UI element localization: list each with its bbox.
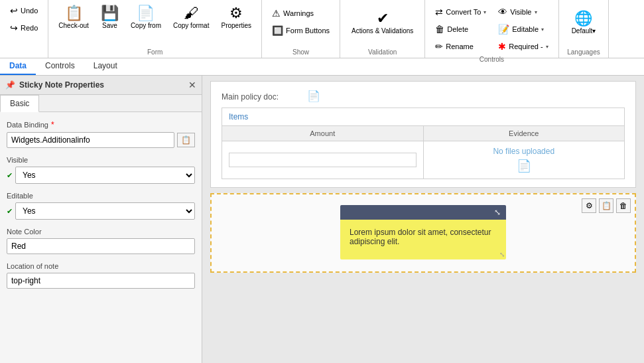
delete-button[interactable]: 🗑 Delete [430, 21, 491, 37]
warnings-button[interactable]: ⚠ Warnings [267, 5, 334, 21]
undo-button[interactable]: ↩ Undo [5, 3, 42, 19]
panel-title: 📌 Sticky Note Properties [5, 80, 104, 90]
editable-select[interactable]: Yes No [15, 202, 195, 220]
copy-format-button[interactable]: 🖌 Copy format [168, 3, 214, 33]
panel-close-button[interactable]: ✕ [188, 80, 196, 90]
actions-validations-icon: ✔ [377, 11, 389, 26]
form-group-label: Form [147, 47, 162, 58]
form-buttons-icon: 🔲 [272, 25, 283, 36]
editable-icon: 📝 [498, 24, 509, 35]
validation-group-label: Validation [368, 47, 397, 58]
save-button[interactable]: 💾 Save [96, 3, 123, 33]
tab-layout[interactable]: Layout [84, 58, 127, 75]
tab-controls[interactable]: Controls [36, 58, 84, 75]
checkout-icon: 📋 [65, 6, 83, 21]
tab-bar: Data Controls Layout [0, 58, 644, 76]
main-layout: 📌 Sticky Note Properties ✕ Basic Data Bi… [0, 76, 644, 363]
editable-button[interactable]: 📝 Editable ▾ [493, 21, 552, 37]
sticky-delete-button[interactable]: 🗑 [616, 198, 631, 213]
evidence-cell: No files uploaded 📄 [424, 141, 625, 179]
convert-to-button[interactable]: ⇄ Convert To ▾ [430, 4, 491, 20]
convert-to-icon: ⇄ [435, 7, 443, 17]
document-icon: 📄 [307, 90, 320, 102]
data-binding-input[interactable] [7, 132, 174, 148]
language-icon: 🌐 [574, 11, 592, 26]
sticky-toolbar: ⚙ 📋 🗑 [582, 198, 631, 213]
visible-button[interactable]: 👁 Visible ▾ [493, 4, 552, 20]
location-of-note-field: Location of note [7, 262, 195, 289]
amount-column-header: Amount [222, 126, 424, 141]
required-icon: ✱ [498, 41, 506, 52]
sticky-settings-button[interactable]: ⚙ [582, 198, 596, 213]
show-group-label: Show [292, 47, 309, 58]
visible-arrow: ▾ [535, 9, 537, 15]
properties-button[interactable]: ⚙ Properties [216, 3, 256, 33]
sticky-note-header: ⤡ [340, 205, 506, 220]
panel-header: 📌 Sticky Note Properties ✕ [0, 76, 202, 95]
panel-tab-basic[interactable]: Basic [0, 95, 39, 112]
data-binding-field: Data Binding * 📋 [7, 120, 195, 148]
panel-tabs: Basic [0, 95, 202, 112]
no-files-text: No files uploaded [493, 147, 554, 156]
visible-select[interactable]: Yes No [15, 167, 195, 184]
sticky-copy-button[interactable]: 📋 [599, 198, 613, 213]
warnings-icon: ⚠ [272, 8, 281, 19]
convert-to-arrow: ▾ [483, 9, 486, 15]
ribbon-group-form: 📋 Check-out 💾 Save 📄 Copy from 🖌 Copy fo… [48, 0, 262, 58]
sticky-note: ⤡ Lorem ipsum dolor sit amet, consectetu… [340, 205, 506, 259]
required-button[interactable]: ✱ Required - ▾ [493, 38, 552, 54]
rename-icon: ✏ [435, 41, 443, 52]
sticky-note-body[interactable]: Lorem ipsum dolor sit amet, consectetur … [340, 220, 506, 259]
items-columns: Amount Evidence [222, 126, 624, 141]
undo-redo-row: ↩ Undo ↪ Redo [5, 3, 42, 54]
editable-field: Editable ✔ Yes No [7, 192, 195, 220]
visible-icon: 👁 [498, 7, 507, 17]
resize-handle[interactable]: ⤡ [499, 251, 505, 258]
items-table: Items Amount Evidence No files uploaded … [222, 108, 625, 179]
note-color-field: Note Color [7, 228, 195, 254]
form-buttons-row: 📋 Check-out 💾 Save 📄 Copy from 🖌 Copy fo… [54, 3, 256, 47]
form-area: Main policy doc: 📄 Items Amount Evidence… [210, 81, 636, 188]
amount-cell [222, 141, 424, 179]
ribbon-group-validation: ✔ Actions & Validations Validation [340, 0, 425, 58]
visible-field: Visible ✔ Yes No [7, 156, 195, 184]
data-binding-label: Data Binding * [7, 120, 195, 129]
copy-from-button[interactable]: 📄 Copy from [126, 3, 166, 33]
required-arrow: ▾ [546, 44, 548, 50]
properties-icon: ⚙ [229, 6, 243, 21]
copy-from-icon: 📄 [137, 6, 155, 21]
editable-check-icon: ✔ [7, 207, 13, 216]
actions-validations-button[interactable]: ✔ Actions & Validations [346, 3, 419, 43]
note-color-input[interactable] [7, 238, 195, 254]
main-policy-doc-label: Main policy doc: 📄 [222, 90, 625, 102]
evidence-column-header: Evidence [424, 126, 625, 141]
form-buttons-button[interactable]: 🔲 Form Buttons [267, 23, 334, 38]
editable-arrow: ▾ [541, 27, 544, 33]
table-row: No files uploaded 📄 [222, 141, 624, 179]
note-color-label: Note Color [7, 228, 195, 236]
visible-label: Visible [7, 156, 195, 164]
visible-check-icon: ✔ [7, 171, 13, 180]
sticky-note-icon: 📌 [5, 80, 15, 90]
location-of-note-label: Location of note [7, 262, 195, 270]
redo-button[interactable]: ↪ Redo [5, 20, 42, 36]
ribbon-group-undo-redo: ↩ Undo ↪ Redo [0, 0, 48, 58]
delete-icon: 🗑 [435, 24, 444, 35]
ribbon-group-show: ⚠ Warnings 🔲 Form Buttons Show [262, 0, 340, 58]
default-language-button[interactable]: 🌐 Default▾ [564, 3, 604, 43]
ribbon-group-controls: ⇄ Convert To ▾ 🗑 Delete ✏ Rename 👁 Visib… [425, 0, 558, 58]
minimize-icon: ⤡ [494, 208, 501, 217]
required-indicator: * [51, 120, 54, 129]
redo-icon: ↪ [10, 23, 18, 33]
location-of-note-input[interactable] [7, 273, 195, 289]
data-binding-picker-button[interactable]: 📋 [177, 133, 195, 147]
controls-group-label: Controls [480, 54, 504, 65]
right-content: Main policy doc: 📄 Items Amount Evidence… [202, 76, 644, 363]
items-table-title: Items [222, 108, 624, 126]
rename-button[interactable]: ✏ Rename [430, 38, 491, 54]
checkout-button[interactable]: 📋 Check-out [54, 3, 94, 33]
tab-data[interactable]: Data [0, 58, 36, 75]
amount-input[interactable] [229, 153, 417, 167]
ribbon: ↩ Undo ↪ Redo 📋 Check-out 💾 Save � [0, 0, 644, 58]
ribbon-group-languages: 🌐 Default▾ Languages [559, 0, 610, 58]
